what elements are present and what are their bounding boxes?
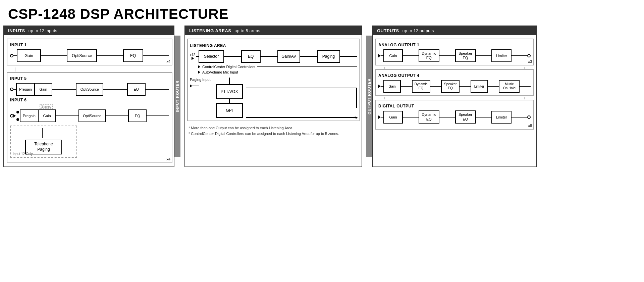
listening-area-section: LISTENING AREA x12 Selector EQ Gain/AV <box>187 39 360 121</box>
input1-eq-block: EQ <box>123 49 143 62</box>
line <box>13 55 17 56</box>
x12-label: x12 <box>190 53 195 57</box>
footnotes: More than one Output can be assigned to … <box>187 123 360 138</box>
line <box>146 89 169 90</box>
dout-speaker-eq: Speaker EQ <box>455 110 476 123</box>
controlcenter-line <box>257 66 357 67</box>
line <box>41 55 67 56</box>
input1-section: INPUT 1 Gain OptiSource EQ x4 <box>7 39 172 65</box>
controlcenter-label: ControlCenter Digital Controllers <box>202 65 255 69</box>
line <box>106 115 128 116</box>
input1-x-label: x4 <box>166 59 170 63</box>
input6-pregain: Pregain <box>20 109 39 122</box>
input6-arrow <box>13 114 16 117</box>
line <box>512 117 527 117</box>
outputs-panel-header: OUTPUTS up to 12 outputs <box>373 26 536 35</box>
line <box>340 56 357 57</box>
out4-gain: Gain <box>383 80 401 93</box>
out4-limiter: Limiter <box>471 80 488 93</box>
gain-av-block: Gain/AV <box>277 50 300 63</box>
line <box>460 86 471 87</box>
listening-panel: LISTENING AREAS up to 5 areas LISTENING … <box>184 26 362 167</box>
input56-x-label: x4 <box>166 157 170 161</box>
input6-circle <box>10 114 13 117</box>
controlcenter-arrow <box>198 65 200 68</box>
output-router-label: OUTPUT ROUTER <box>366 36 372 157</box>
line <box>476 117 492 117</box>
listening-arrow <box>192 57 194 60</box>
analog-output1-label: ANALOG OUTPUT 1 <box>378 43 531 47</box>
dout-arrow <box>378 115 381 119</box>
line <box>147 115 169 116</box>
page-title: CSP-1248 DSP ARCHITECTURE <box>0 0 644 26</box>
input56-section: INPUT 5 Pregain Gain OptiSource EQ INPUT… <box>7 72 172 163</box>
line <box>143 55 169 56</box>
input5-circle <box>10 88 13 91</box>
footnote-1: More than one Output can be assigned to … <box>189 125 358 131</box>
input5-signal-row: Pregain Gain OptiSource EQ <box>10 83 169 96</box>
analog-output1-row: Gain Dynamic EQ Speaker EQ Limiter <box>378 49 531 62</box>
line <box>196 56 199 57</box>
out4-arrow <box>378 85 381 88</box>
out1-speaker-eq: Speaker EQ <box>455 49 476 62</box>
ptt-vline-right <box>356 88 357 108</box>
controlcenter-row: ControlCenter Digital Controllers <box>198 65 357 69</box>
ptt-vline-top <box>229 78 230 84</box>
dout-gain: Gain <box>383 111 403 124</box>
paging-section: Paging Input PTT/VOX GPI <box>190 78 357 118</box>
digital-output-row: Gain Dynamic EQ Speaker EQ Limiter <box>378 110 531 123</box>
outputs-body: ANALOG OUTPUT 1 Gain Dynamic EQ Speaker … <box>373 35 536 167</box>
listening-signal-row: x12 Selector EQ Gain/AV Paging <box>190 50 357 63</box>
line <box>381 86 383 87</box>
line <box>103 89 127 90</box>
autovolume-row: AutoVolume Mic Input <box>198 70 357 74</box>
listening-area-label: LISTENING AREA <box>190 43 357 48</box>
digital-output-section: DIGITAL OUTPUT Gain Dynamic EQ Speaker E… <box>375 100 534 129</box>
out1-dynamic-eq: Dynamic EQ <box>419 49 439 62</box>
input5-gain: Gain <box>35 83 52 96</box>
out1-limiter: Limiter <box>491 49 512 62</box>
analog-output4-label: ANALOG OUTPUT 4 <box>378 73 531 78</box>
line <box>97 55 123 56</box>
dout-dynamic-eq: Dynamic EQ <box>419 110 439 123</box>
ptt-vox-block: PTT/VOX <box>216 84 243 99</box>
input5-optisource: OptiSource <box>76 83 103 96</box>
line <box>381 55 383 56</box>
line <box>512 55 527 56</box>
line <box>439 117 455 117</box>
selector-block: Selector <box>199 50 224 63</box>
out4-speaker-eq: Speaker EQ <box>441 80 460 93</box>
out4-music-on-hold: Music On Hold <box>499 80 520 93</box>
line <box>224 56 241 57</box>
line <box>439 55 455 56</box>
input1-gain-block: Gain <box>17 49 41 62</box>
line <box>488 86 499 87</box>
line <box>56 115 78 116</box>
out1-gain: Gain <box>383 49 403 62</box>
out1-arrow <box>378 54 381 57</box>
line <box>403 55 419 56</box>
paging-block: Paging <box>317 50 340 63</box>
stereo-label: Stereo <box>40 104 53 109</box>
paging-arrow <box>190 84 192 88</box>
input5-label: INPUT 5 <box>10 76 169 81</box>
analog-output4-section: ANALOG OUTPUT 4 Gain Dynamic EQ Speaker … <box>375 69 534 96</box>
dout-output-circle <box>527 115 531 119</box>
input12-only-label: Input 12 Only <box>13 152 33 156</box>
paging-input-label: Paging Input <box>190 78 211 82</box>
inputs-panel: INPUTS up to 12 inputs INPUT 1 Gain Opti… <box>3 26 174 167</box>
input6-signal-row: Pregain Gain OptiSource EQ <box>10 109 169 122</box>
input5-eq: EQ <box>127 83 146 96</box>
autovolume-arrow <box>198 70 200 74</box>
listening-body: LISTENING AREA x12 Selector EQ Gain/AV <box>185 35 362 167</box>
listening-panel-header: LISTENING AREAS up to 5 areas <box>185 26 362 35</box>
listening-x5-label: x5 <box>354 115 358 119</box>
footnote-2: ControlCenter Digital Controllers can be… <box>189 131 358 137</box>
input6-eq: EQ <box>128 109 147 122</box>
ptt-hline <box>246 88 357 88</box>
input6-label: INPUT 6 <box>10 98 169 102</box>
out4-dynamic-eq: Dynamic EQ <box>412 80 430 93</box>
line <box>52 89 76 90</box>
line <box>401 86 412 87</box>
line <box>520 86 531 87</box>
